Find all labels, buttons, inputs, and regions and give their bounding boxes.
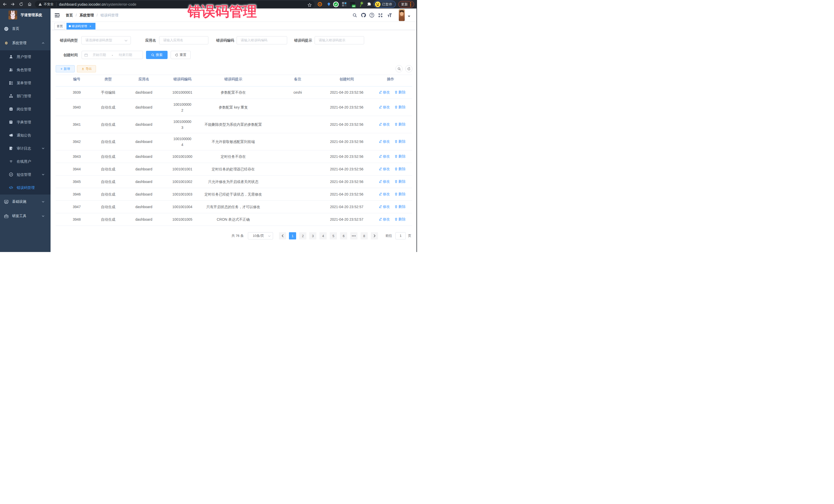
svg-text:on: on (352, 5, 355, 7)
